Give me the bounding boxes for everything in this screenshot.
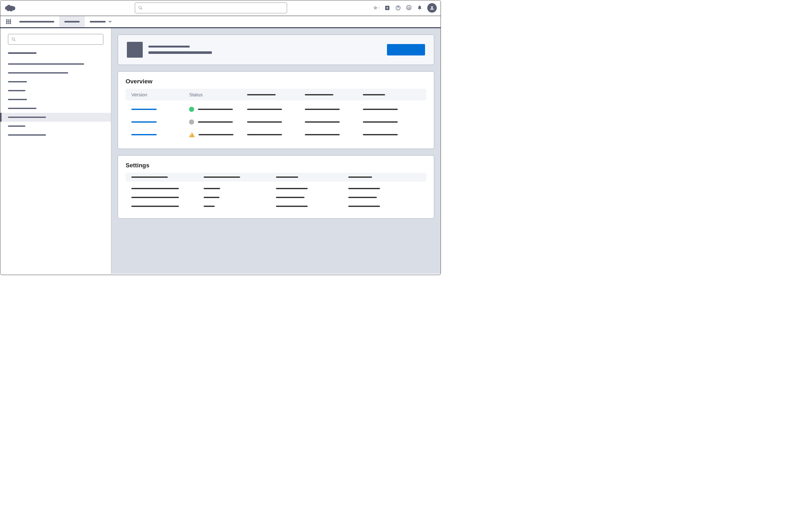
- nav-tab-1[interactable]: [59, 16, 85, 27]
- cell: [131, 197, 179, 198]
- nav-tab-label: [19, 21, 54, 22]
- add-icon[interactable]: [384, 5, 391, 11]
- overview-title: Overview: [118, 72, 434, 89]
- version-link[interactable]: [131, 121, 157, 123]
- cell: [204, 188, 220, 189]
- cell: [348, 188, 380, 189]
- nav-tab-2[interactable]: [85, 16, 117, 27]
- cell: [131, 188, 179, 189]
- sidebar-item-6[interactable]: [0, 113, 111, 122]
- page-title: [148, 46, 190, 48]
- sidebar-item-4[interactable]: [0, 95, 111, 104]
- global-search[interactable]: [135, 3, 287, 13]
- global-search-input[interactable]: [145, 6, 284, 10]
- cell: [204, 197, 219, 198]
- nav-tab-label: [64, 21, 80, 22]
- settings-title: Settings: [118, 156, 434, 173]
- sidebar-item-3[interactable]: [0, 86, 111, 95]
- cell: [276, 188, 308, 189]
- settings-col-3: [348, 176, 372, 178]
- settings-col-0: [131, 176, 168, 178]
- overview-col-status: Status: [189, 92, 203, 97]
- svg-point-2: [431, 6, 433, 8]
- settings-header-row: [125, 173, 426, 181]
- nav-tab-label: [90, 21, 106, 22]
- page-header-icon: [127, 42, 143, 58]
- settings-col-2: [276, 176, 298, 178]
- status-text: [198, 109, 233, 110]
- setup-sidebar: [0, 28, 111, 274]
- cell: [131, 206, 179, 207]
- overview-row-1: [125, 116, 426, 128]
- cell: [363, 134, 398, 135]
- notifications-icon[interactable]: [416, 5, 423, 11]
- version-link[interactable]: [131, 134, 157, 135]
- cell: [363, 121, 398, 123]
- overview-row-2: [125, 128, 426, 141]
- cell: [348, 206, 380, 207]
- favorites-icon[interactable]: [373, 5, 380, 11]
- cell: [305, 121, 340, 123]
- overview-col-version: Version: [131, 92, 147, 97]
- cell: [276, 197, 305, 198]
- nav-tab-0[interactable]: [14, 16, 59, 27]
- status-dot-gray: [189, 119, 194, 124]
- settings-card: Settings: [118, 155, 434, 219]
- search-icon: [138, 6, 143, 10]
- status-warning-icon: [189, 132, 195, 137]
- overview-col-2: [247, 94, 275, 95]
- sidebar-item-5[interactable]: [0, 104, 111, 113]
- chevron-down-icon: [108, 19, 112, 25]
- primary-action-button[interactable]: [387, 44, 425, 55]
- overview-col-4: [363, 94, 385, 95]
- overview-row-0: [125, 103, 426, 116]
- status-text: [199, 134, 234, 135]
- version-link[interactable]: [131, 109, 157, 110]
- cell: [363, 109, 398, 110]
- global-header: [0, 0, 441, 16]
- setup-gear-icon[interactable]: [406, 5, 412, 11]
- search-icon: [11, 37, 16, 42]
- settings-col-1: [204, 176, 240, 178]
- salesforce-logo[interactable]: [4, 4, 15, 12]
- sidebar-item-0[interactable]: [0, 60, 111, 68]
- cell: [247, 134, 282, 135]
- status-dot-green: [189, 107, 194, 112]
- header-utility-icons: [373, 3, 437, 13]
- overview-card: Overview Version Status: [118, 71, 434, 149]
- cell: [276, 206, 308, 207]
- overview-col-3: [305, 94, 334, 95]
- cell: [348, 197, 377, 198]
- sidebar-item-7[interactable]: [0, 122, 111, 130]
- main-content: Overview Version Status: [111, 28, 441, 274]
- cell: [305, 134, 340, 135]
- settings-row-1: [125, 193, 426, 202]
- sidebar-search[interactable]: [8, 34, 103, 45]
- cell: [247, 121, 282, 123]
- cell: [204, 206, 215, 207]
- sidebar-search-input[interactable]: [18, 37, 100, 42]
- user-avatar[interactable]: [427, 3, 437, 13]
- settings-row-2: [125, 202, 426, 211]
- overview-header-row: Version Status: [125, 89, 426, 101]
- app-launcher-icon[interactable]: [3, 16, 14, 27]
- help-icon[interactable]: [395, 5, 401, 11]
- sidebar-heading: [8, 52, 37, 54]
- page-subtitle: [148, 51, 212, 54]
- settings-row-0: [125, 184, 426, 193]
- sidebar-item-2[interactable]: [0, 77, 111, 86]
- cell: [305, 109, 340, 110]
- sidebar-item-8[interactable]: [0, 130, 111, 139]
- app-nav-bar: [0, 16, 441, 28]
- sidebar-item-1[interactable]: [0, 68, 111, 77]
- status-text: [198, 121, 233, 123]
- page-header: [118, 35, 434, 65]
- cell: [247, 109, 282, 110]
